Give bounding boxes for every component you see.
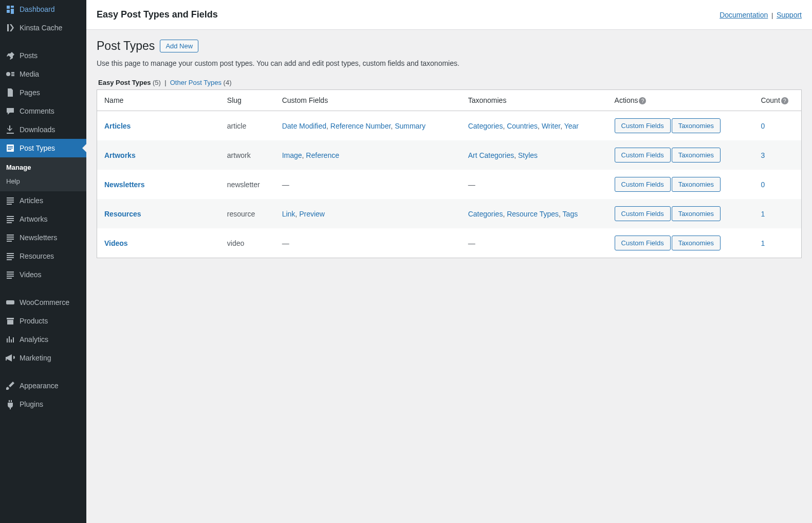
count-cell: 0 [755, 111, 801, 141]
taxonomy-link[interactable]: Art Categories [468, 151, 514, 159]
main-content: Easy Post Types and Fields Documentation… [86, 0, 812, 523]
taxonomies-cell: — [463, 170, 610, 199]
pin-icon [5, 50, 15, 61]
help-icon[interactable]: ? [781, 97, 788, 104]
count-link[interactable]: 1 [761, 239, 765, 247]
taxonomy-link[interactable]: Tags [563, 210, 578, 218]
sidebar-item-comments[interactable]: Comments [0, 102, 86, 120]
count-link[interactable]: 1 [761, 210, 765, 218]
custom-fields-button[interactable]: Custom Fields [615, 148, 671, 163]
slug-cell: artwork [222, 140, 277, 170]
sidebar-label: Media [20, 70, 39, 78]
sidebar-item-post-types[interactable]: Post Types [0, 139, 86, 157]
sidebar-item-videos[interactable]: Videos [0, 265, 86, 284]
post-type-name-link[interactable]: Artworks [104, 151, 136, 159]
taxonomies-button[interactable]: Taxonomies [672, 236, 721, 250]
custom-fields-cell: Link, Preview [277, 199, 463, 228]
sidebar-label: Posts [20, 51, 38, 60]
taxonomy-link[interactable]: Categories [468, 122, 503, 130]
post-type-name-link[interactable]: Articles [104, 122, 131, 130]
post-type-name-link[interactable]: Resources [104, 210, 141, 218]
tab-other-post-types[interactable]: Other Post Types [170, 79, 224, 86]
sidebar-item-dashboard[interactable]: Dashboard [0, 0, 86, 19]
taxonomies-button[interactable]: Taxonomies [672, 177, 721, 192]
taxonomy-link[interactable]: Resource Types [507, 210, 559, 218]
support-link[interactable]: Support [777, 11, 802, 19]
taxonomies-button[interactable]: Taxonomies [672, 206, 721, 221]
sidebar-item-newsletters[interactable]: Newsletters [0, 228, 86, 247]
custom-fields-button[interactable]: Custom Fields [615, 118, 671, 133]
custom-field-link[interactable]: Reference Number [330, 122, 391, 130]
taxonomies-cell: — [463, 228, 610, 258]
svg-rect-4 [8, 149, 11, 150]
taxonomies-button[interactable]: Taxonomies [672, 148, 721, 163]
sidebar-item-analytics[interactable]: Analytics [0, 330, 86, 349]
taxonomy-link[interactable]: Year [564, 122, 579, 130]
slug-cell: newsletter [222, 170, 277, 199]
post-type-name-link[interactable]: Videos [104, 239, 128, 247]
taxonomy-link[interactable]: Styles [518, 151, 538, 159]
page-heading: Post Types Add New [97, 39, 802, 53]
taxonomy-link[interactable]: Writer [542, 122, 560, 130]
table-row: Newslettersnewsletter——Custom FieldsTaxo… [97, 170, 802, 199]
custom-field-link[interactable]: Link [282, 210, 296, 218]
sidebar-sub-manage[interactable]: Manage [0, 160, 86, 174]
col-slug[interactable]: Slug [222, 90, 277, 111]
custom-field-link[interactable]: Preview [299, 210, 325, 218]
documentation-link[interactable]: Documentation [719, 11, 768, 19]
sidebar-item-resources[interactable]: Resources [0, 247, 86, 265]
sidebar-label: Newsletters [20, 233, 57, 242]
count-link[interactable]: 3 [761, 151, 765, 159]
sidebar-sub-help[interactable]: Help [0, 174, 86, 188]
custom-fields-button[interactable]: Custom Fields [615, 177, 671, 192]
col-count: Count? [755, 90, 801, 111]
custom-field-link[interactable]: Reference [306, 151, 339, 159]
sidebar-item-pages[interactable]: Pages [0, 83, 86, 102]
sidebar-item-kinsta[interactable]: Kinsta Cache [0, 19, 86, 37]
sidebar-label: Artworks [20, 215, 47, 223]
taxonomy-link[interactable]: Countries [507, 122, 538, 130]
table-row: ResourcesresourceLink, PreviewCategories… [97, 199, 802, 228]
page-title: Post Types [97, 39, 155, 53]
sidebar-item-artworks[interactable]: Artworks [0, 210, 86, 228]
sidebar-item-articles[interactable]: Articles [0, 191, 86, 210]
count-cell: 1 [755, 228, 801, 258]
sidebar-label: Downloads [20, 125, 55, 134]
table-row: Videosvideo——Custom FieldsTaxonomies1 [97, 228, 802, 258]
taxonomies-button[interactable]: Taxonomies [672, 118, 721, 133]
actions-cell: Custom FieldsTaxonomies [610, 199, 756, 228]
custom-fields-button[interactable]: Custom Fields [615, 236, 671, 250]
add-new-button[interactable]: Add New [160, 40, 198, 52]
sidebar-item-marketing[interactable]: Marketing [0, 349, 86, 367]
list-icon [5, 214, 15, 224]
sidebar-item-products[interactable]: Products [0, 312, 86, 330]
col-name[interactable]: Name [97, 90, 222, 111]
custom-field-link[interactable]: Summary [395, 122, 426, 130]
post-type-name-link[interactable]: Newsletters [104, 181, 145, 189]
help-icon[interactable]: ? [639, 97, 646, 104]
col-taxonomies[interactable]: Taxonomies [463, 90, 610, 111]
sidebar-label: Comments [20, 107, 54, 115]
topbar: Easy Post Types and Fields Documentation… [86, 0, 812, 30]
actions-cell: Custom FieldsTaxonomies [610, 170, 756, 199]
actions-cell: Custom FieldsTaxonomies [610, 140, 756, 170]
sidebar-label: Kinsta Cache [20, 24, 62, 32]
custom-fields-button[interactable]: Custom Fields [615, 206, 671, 221]
custom-field-link[interactable]: Image [282, 151, 302, 159]
count-link[interactable]: 0 [761, 122, 765, 130]
tab-easy-post-types[interactable]: Easy Post Types [98, 79, 153, 86]
custom-fields-cell: — [277, 228, 463, 258]
woo-icon [5, 297, 15, 308]
sidebar-item-appearance[interactable]: Appearance [0, 376, 86, 395]
sidebar-item-woocommerce[interactable]: WooCommerce [0, 293, 86, 312]
sidebar-item-downloads[interactable]: Downloads [0, 120, 86, 139]
taxonomy-link[interactable]: Categories [468, 210, 503, 218]
sidebar-label: Plugins [20, 400, 43, 408]
custom-field-link[interactable]: Date Modified [282, 122, 326, 130]
sidebar-item-media[interactable]: Media [0, 65, 86, 83]
dashboard-icon [5, 4, 15, 14]
sidebar-item-plugins[interactable]: Plugins [0, 395, 86, 413]
sidebar-item-posts[interactable]: Posts [0, 46, 86, 65]
col-custom-fields[interactable]: Custom Fields [277, 90, 463, 111]
count-link[interactable]: 0 [761, 181, 765, 189]
